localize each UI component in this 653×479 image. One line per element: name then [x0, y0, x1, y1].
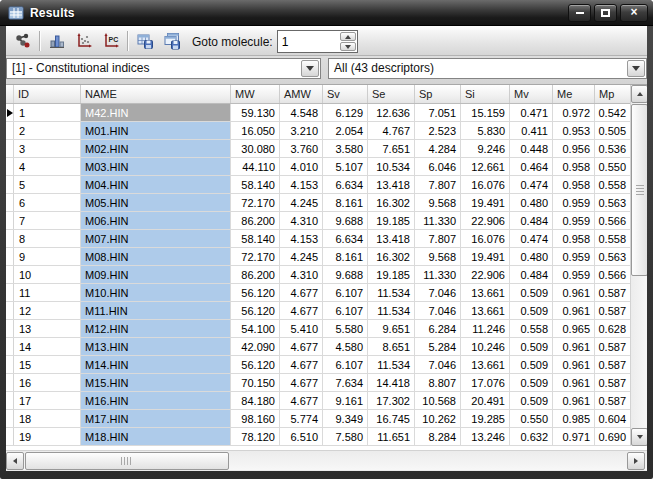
scroll-up-button[interactable]: [631, 85, 647, 103]
cell-me[interactable]: 0.959: [553, 266, 595, 283]
descriptor-block-combobox[interactable]: [1] - Constitutional indices: [6, 58, 321, 79]
cell-sp[interactable]: 6.284: [415, 320, 461, 337]
cell-name[interactable]: M01.HIN: [81, 122, 231, 139]
cell-me[interactable]: 0.959: [553, 194, 595, 211]
cell-mp[interactable]: 0.587: [595, 392, 630, 409]
cell-mv[interactable]: 0.448: [510, 140, 553, 157]
cell-name[interactable]: M12.HIN: [81, 320, 231, 337]
cell-si[interactable]: 12.661: [461, 158, 510, 175]
cell-sp[interactable]: 11.330: [415, 212, 461, 229]
cell-mv[interactable]: 0.474: [510, 176, 553, 193]
filter-dropdown-button[interactable]: [627, 60, 645, 77]
cell-mp[interactable]: 0.587: [595, 284, 630, 301]
cell-sv[interactable]: 5.107: [323, 158, 368, 175]
cell-name[interactable]: M02.HIN: [81, 140, 231, 157]
current-row-marker[interactable]: [6, 104, 14, 121]
cell-si[interactable]: 22.906: [461, 212, 510, 229]
cell-amw[interactable]: 4.310: [280, 266, 323, 283]
title-bar[interactable]: Results ×: [0, 0, 653, 26]
cell-me[interactable]: 0.959: [553, 248, 595, 265]
close-button[interactable]: ×: [620, 4, 648, 22]
cell-se[interactable]: 11.534: [368, 284, 415, 301]
cell-name[interactable]: M11.HIN: [81, 302, 231, 319]
cell-id[interactable]: 14: [14, 338, 81, 355]
cell-se[interactable]: 8.651: [368, 338, 415, 355]
cell-sp[interactable]: 9.568: [415, 194, 461, 211]
descriptor-filter-combobox[interactable]: All (43 descriptors): [328, 58, 647, 79]
cell-se[interactable]: 9.651: [368, 320, 415, 337]
cell-si[interactable]: 19.491: [461, 194, 510, 211]
molecule-3d-button[interactable]: [9, 28, 36, 54]
cell-mw[interactable]: 84.180: [231, 392, 280, 409]
cell-mp[interactable]: 0.587: [595, 302, 630, 319]
row-selector[interactable]: [6, 320, 14, 337]
cell-mv[interactable]: 0.558: [510, 320, 553, 337]
column-header-me[interactable]: Me: [553, 85, 595, 103]
cell-mv[interactable]: 0.509: [510, 356, 553, 373]
cell-sv[interactable]: 7.634: [323, 374, 368, 391]
cell-me[interactable]: 0.959: [553, 212, 595, 229]
cell-id[interactable]: 16: [14, 374, 81, 391]
cell-sp[interactable]: 10.568: [415, 392, 461, 409]
cell-mv[interactable]: 0.484: [510, 212, 553, 229]
cell-mv[interactable]: 0.509: [510, 392, 553, 409]
cell-sv[interactable]: 3.580: [323, 140, 368, 157]
cell-mv[interactable]: 0.550: [510, 410, 553, 427]
cell-sp[interactable]: 8.807: [415, 374, 461, 391]
cell-sv[interactable]: 6.107: [323, 302, 368, 319]
row-selector[interactable]: [6, 410, 14, 427]
minimize-button[interactable]: [568, 4, 591, 22]
cell-sp[interactable]: 7.051: [415, 104, 461, 121]
cell-mw[interactable]: 56.120: [231, 284, 280, 301]
cell-me[interactable]: 0.956: [553, 140, 595, 157]
cell-amw[interactable]: 4.548: [280, 104, 323, 121]
cell-mv[interactable]: 0.474: [510, 230, 553, 247]
cell-amw[interactable]: 4.677: [280, 374, 323, 391]
cell-mp[interactable]: 0.587: [595, 338, 630, 355]
cell-id[interactable]: 6: [14, 194, 81, 211]
cell-se[interactable]: 14.418: [368, 374, 415, 391]
save-all-grids-button[interactable]: [158, 28, 185, 54]
cell-name[interactable]: M08.HIN: [81, 248, 231, 265]
cell-amw[interactable]: 4.153: [280, 230, 323, 247]
cell-mv[interactable]: 0.464: [510, 158, 553, 175]
cell-mw[interactable]: 78.120: [231, 428, 280, 445]
cell-sv[interactable]: 9.161: [323, 392, 368, 409]
cell-mp[interactable]: 0.690: [595, 428, 630, 445]
cell-id[interactable]: 13: [14, 320, 81, 337]
row-selector[interactable]: [6, 194, 14, 211]
horizontal-scrollbar[interactable]: [6, 450, 647, 470]
save-grid-button[interactable]: [131, 28, 158, 54]
cell-id[interactable]: 17: [14, 392, 81, 409]
column-header-sv[interactable]: Sv: [323, 85, 368, 103]
cell-name[interactable]: M10.HIN: [81, 284, 231, 301]
cell-amw[interactable]: 3.760: [280, 140, 323, 157]
cell-name[interactable]: M04.HIN: [81, 176, 231, 193]
cell-sp[interactable]: 10.262: [415, 410, 461, 427]
cell-me[interactable]: 0.965: [553, 320, 595, 337]
cell-amw[interactable]: 4.677: [280, 284, 323, 301]
cell-mv[interactable]: 0.509: [510, 284, 553, 301]
cell-mw[interactable]: 56.120: [231, 356, 280, 373]
cell-mp[interactable]: 0.587: [595, 356, 630, 373]
cell-se[interactable]: 16.302: [368, 248, 415, 265]
cell-mv[interactable]: 0.480: [510, 248, 553, 265]
cell-si[interactable]: 19.285: [461, 410, 510, 427]
cell-amw[interactable]: 4.245: [280, 248, 323, 265]
cell-name[interactable]: M15.HIN: [81, 374, 231, 391]
cell-se[interactable]: 11.651: [368, 428, 415, 445]
cell-id[interactable]: 11: [14, 284, 81, 301]
cell-id[interactable]: 7: [14, 212, 81, 229]
cell-mw[interactable]: 72.170: [231, 248, 280, 265]
cell-si[interactable]: 10.246: [461, 338, 510, 355]
cell-me[interactable]: 0.961: [553, 392, 595, 409]
cell-mv[interactable]: 0.509: [510, 302, 553, 319]
cell-amw[interactable]: 5.410: [280, 320, 323, 337]
cell-mw[interactable]: 86.200: [231, 212, 280, 229]
cell-mv[interactable]: 0.509: [510, 338, 553, 355]
cell-mp[interactable]: 0.505: [595, 122, 630, 139]
cell-me[interactable]: 0.961: [553, 356, 595, 373]
cell-mw[interactable]: 98.160: [231, 410, 280, 427]
cell-sv[interactable]: 6.129: [323, 104, 368, 121]
cell-se[interactable]: 19.185: [368, 212, 415, 229]
